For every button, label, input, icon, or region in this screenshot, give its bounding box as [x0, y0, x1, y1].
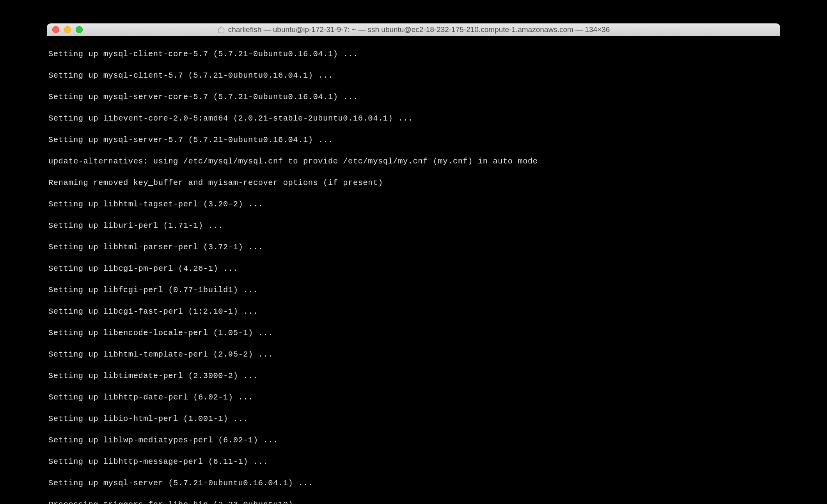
titlebar[interactable]: charliefish — ubuntu@ip-172-31-9-7: ~ — … [47, 23, 780, 36]
terminal-window: charliefish — ubuntu@ip-172-31-9-7: ~ — … [47, 23, 780, 504]
minimize-icon[interactable] [64, 26, 71, 33]
output-line: update-alternatives: using /etc/mysql/my… [48, 156, 779, 167]
output-line: Setting up libio-html-perl (1.001-1) ... [48, 413, 779, 424]
output-line: Setting up libhttp-message-perl (6.11-1)… [48, 456, 779, 467]
output-line: Renaming removed key_buffer and myisam-r… [48, 177, 779, 188]
output-line: Setting up mysql-server-5.7 (5.7.21-0ubu… [48, 135, 779, 146]
output-line: Setting up liblwp-mediatypes-perl (6.02-… [48, 435, 779, 446]
output-line: Setting up libhtml-template-perl (2.95-2… [48, 349, 779, 360]
output-line: Setting up mysql-server-core-5.7 (5.7.21… [48, 92, 779, 103]
output-line: Setting up libhtml-tagset-perl (3.20-2) … [48, 199, 779, 210]
output-line: Setting up libencode-locale-perl (1.05-1… [48, 328, 779, 339]
home-icon [217, 26, 225, 34]
output-line: Processing triggers for libc-bin (2.23-0… [48, 499, 779, 504]
terminal-body[interactable]: Setting up mysql-client-core-5.7 (5.7.21… [47, 36, 780, 504]
output-line: Setting up libhttp-date-perl (6.02-1) ..… [48, 392, 779, 403]
output-line: Setting up libfcgi-perl (0.77-1build1) .… [48, 285, 779, 296]
output-line: Setting up libtimedate-perl (2.3000-2) .… [48, 371, 779, 382]
output-line: Setting up liburi-perl (1.71-1) ... [48, 220, 779, 231]
window-title: charliefish — ubuntu@ip-172-31-9-7: ~ — … [228, 25, 610, 34]
output-line: Setting up mysql-server (5.7.21-0ubuntu0… [48, 478, 779, 489]
close-icon[interactable] [52, 26, 59, 33]
output-line: Setting up libevent-core-2.0-5:amd64 (2.… [48, 113, 779, 124]
output-line: Setting up libhtml-parser-perl (3.72-1) … [48, 242, 779, 253]
maximize-icon[interactable] [76, 26, 83, 33]
output-line: Setting up mysql-client-5.7 (5.7.21-0ubu… [48, 70, 779, 81]
window-controls [52, 26, 83, 33]
output-line: Setting up mysql-client-core-5.7 (5.7.21… [48, 49, 779, 60]
output-line: Setting up libcgi-pm-perl (4.26-1) ... [48, 263, 779, 274]
output-line: Setting up libcgi-fast-perl (1:2.10-1) .… [48, 306, 779, 317]
